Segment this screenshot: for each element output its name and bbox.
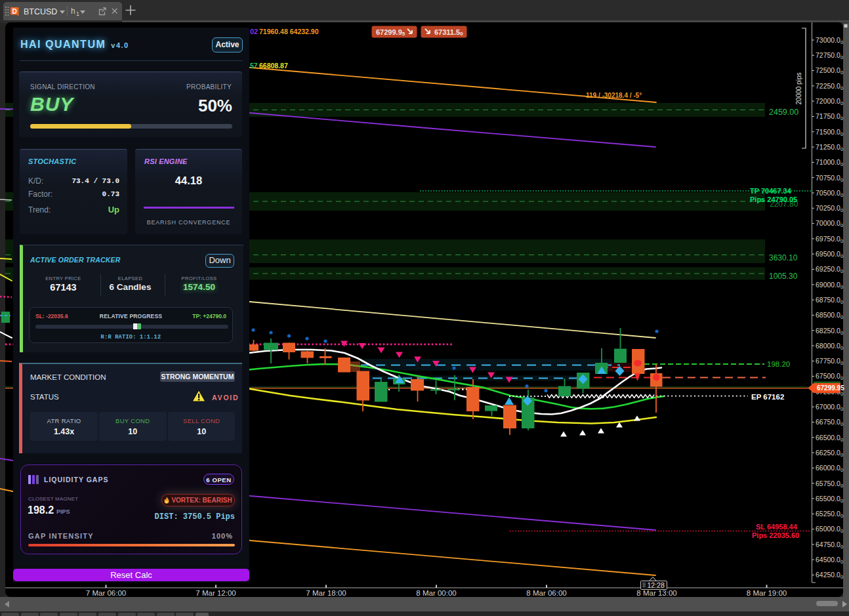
svg-text:72500.00: 72500.00 [816, 66, 843, 75]
svg-text:119 / -30218.4 / -5°: 119 / -30218.4 / -5° [586, 92, 642, 99]
svg-text:8 Mar 13:00: 8 Mar 13:00 [636, 589, 676, 597]
svg-text:SL 64958.44: SL 64958.44 [756, 523, 798, 531]
svg-text:71000.00: 71000.00 [816, 158, 843, 167]
svg-text:66250.00: 66250.00 [816, 449, 843, 458]
svg-text:1005.30: 1005.30 [769, 272, 798, 281]
svg-text:65500.00: 65500.00 [816, 495, 843, 504]
svg-text:69000.00: 69000.00 [816, 281, 843, 290]
svg-text:71960.48 64232.90: 71960.48 64232.90 [259, 28, 319, 35]
svg-text:EP 67162: EP 67162 [751, 393, 784, 401]
svg-text:Pips 24790.05: Pips 24790.05 [750, 195, 797, 203]
svg-text:66750.00: 66750.00 [816, 418, 843, 427]
svg-text:68000.00: 68000.00 [816, 342, 843, 351]
svg-text:72750.00: 72750.00 [816, 51, 843, 60]
svg-text:65750.00: 65750.00 [816, 480, 843, 489]
svg-text:70750.00: 70750.00 [816, 174, 843, 183]
svg-text:71250.00: 71250.00 [816, 143, 843, 152]
svg-text:8 Mar 19:00: 8 Mar 19:00 [747, 589, 787, 597]
svg-text:71500.00: 71500.00 [816, 128, 843, 137]
svg-text:68750.00: 68750.00 [816, 296, 843, 305]
svg-text:67500.00: 67500.00 [816, 372, 843, 381]
svg-text:65250.00: 65250.00 [816, 510, 843, 519]
svg-text:2459.00: 2459.00 [769, 108, 798, 117]
svg-text:68500.00: 68500.00 [816, 311, 843, 320]
svg-text:67311.50: 67311.50 [434, 28, 463, 37]
svg-text:8 Mar 06:00: 8 Mar 06:00 [526, 589, 566, 597]
svg-text:69500.00: 69500.00 [816, 250, 843, 259]
svg-text:198.20: 198.20 [767, 360, 790, 368]
svg-text:67299.95: 67299.95 [376, 28, 405, 37]
svg-text:20000 pips: 20000 pips [795, 73, 802, 105]
svg-text:70500.00: 70500.00 [816, 189, 843, 198]
svg-text:66808.87: 66808.87 [259, 62, 288, 70]
svg-text:64750.00: 64750.00 [816, 541, 843, 550]
svg-text:66500.00: 66500.00 [816, 434, 843, 443]
svg-text:71750.00: 71750.00 [816, 112, 843, 121]
svg-text:TP 70467.34: TP 70467.34 [750, 187, 792, 195]
svg-text:70250.00: 70250.00 [816, 204, 843, 213]
svg-text:7 Mar 18:00: 7 Mar 18:00 [306, 589, 346, 597]
svg-text:02: 02 [250, 28, 258, 35]
svg-text:72250.00: 72250.00 [816, 82, 843, 91]
svg-text:73000.00: 73000.00 [816, 36, 843, 45]
svg-text:67750.00: 67750.00 [816, 357, 843, 366]
svg-text:7 Mar 06:00: 7 Mar 06:00 [86, 589, 126, 597]
svg-text:57: 57 [250, 62, 258, 70]
svg-text:67299.95: 67299.95 [817, 384, 844, 392]
svg-text:64500.00: 64500.00 [816, 556, 843, 565]
svg-text:Pips 22035.60: Pips 22035.60 [752, 531, 799, 539]
svg-text:69750.00: 69750.00 [816, 235, 843, 244]
svg-text:66000.00: 66000.00 [816, 464, 843, 473]
svg-text:3630.10: 3630.10 [769, 253, 798, 262]
svg-text:68250.00: 68250.00 [816, 327, 843, 336]
svg-text:7 Mar 12:00: 7 Mar 12:00 [196, 589, 236, 597]
svg-text:67000.00: 67000.00 [816, 403, 843, 412]
svg-text:70000.00: 70000.00 [816, 219, 843, 228]
svg-text:8 Mar 00:00: 8 Mar 00:00 [416, 589, 456, 597]
svg-text:65000.00: 65000.00 [816, 525, 843, 534]
svg-text:64250.00: 64250.00 [816, 571, 843, 580]
svg-text:69250.00: 69250.00 [816, 265, 843, 274]
svg-text:12:28: 12:28 [648, 581, 665, 589]
svg-text:72000.00: 72000.00 [816, 97, 843, 106]
